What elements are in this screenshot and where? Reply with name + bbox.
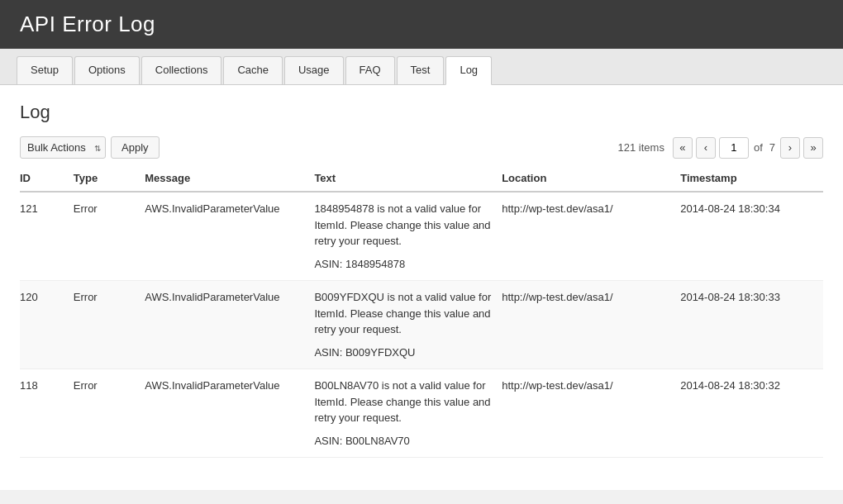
col-id: ID: [20, 165, 74, 192]
col-timestamp: Timestamp: [680, 165, 823, 192]
table-header-row: ID Type Message Text Location Timestamp: [20, 165, 823, 192]
cell-id: 120: [20, 281, 74, 369]
log-table: ID Type Message Text Location Timestamp …: [20, 165, 823, 458]
pagination-next[interactable]: ›: [780, 137, 800, 159]
tab-collections[interactable]: Collections: [141, 56, 222, 84]
cell-type: Error: [74, 281, 145, 369]
app-wrapper: API Error Log Setup Options Collections …: [0, 0, 843, 504]
tab-test[interactable]: Test: [397, 56, 445, 84]
cell-message: AWS.InvalidParameterValue: [145, 369, 314, 458]
col-message: Message: [145, 165, 314, 192]
cell-text: B009YFDXQU is not a valid value for Item…: [314, 281, 502, 369]
cell-message: AWS.InvalidParameterValue: [145, 192, 314, 281]
cell-timestamp: 2014-08-24 18:30:32: [680, 369, 823, 458]
cell-location: http://wp-test.dev/asa1/: [502, 369, 680, 458]
tab-cache[interactable]: Cache: [223, 56, 283, 84]
cell-id: 121: [20, 192, 74, 281]
pagination-first[interactable]: «: [673, 137, 693, 159]
content-area: Log Bulk Actions Apply 121 items « ‹ of …: [0, 85, 843, 490]
page-header: API Error Log: [0, 0, 843, 49]
toolbar: Bulk Actions Apply 121 items « ‹ of 7 › …: [20, 136, 823, 159]
tab-usage[interactable]: Usage: [284, 56, 344, 84]
cell-location: http://wp-test.dev/asa1/: [502, 281, 680, 369]
cell-type: Error: [74, 369, 145, 458]
tab-faq[interactable]: FAQ: [345, 56, 395, 84]
col-type: Type: [74, 165, 145, 192]
col-location: Location: [502, 165, 680, 192]
tab-setup[interactable]: Setup: [17, 56, 73, 84]
tabs-bar: Setup Options Collections Cache Usage FA…: [0, 49, 843, 85]
table-row: 121 Error AWS.InvalidParameterValue 1848…: [20, 192, 823, 281]
cell-message: AWS.InvalidParameterValue: [145, 281, 314, 369]
cell-location: http://wp-test.dev/asa1/: [502, 192, 680, 281]
tab-options[interactable]: Options: [74, 56, 140, 84]
col-text: Text: [314, 165, 502, 192]
cell-type: Error: [74, 192, 145, 281]
apply-button[interactable]: Apply: [111, 136, 160, 159]
section-title: Log: [20, 102, 823, 123]
bulk-actions-select[interactable]: Bulk Actions: [20, 136, 106, 159]
total-pages: 7: [769, 141, 775, 154]
page-input[interactable]: [719, 137, 749, 159]
page-title: API Error Log: [20, 12, 826, 37]
table-row: 120 Error AWS.InvalidParameterValue B009…: [20, 281, 823, 369]
bulk-actions-wrapper: Bulk Actions: [20, 136, 106, 159]
toolbar-left: Bulk Actions Apply: [20, 136, 160, 159]
tab-log[interactable]: Log: [445, 56, 492, 85]
cell-timestamp: 2014-08-24 18:30:33: [680, 281, 823, 369]
cell-text: 1848954878 is not a valid value for Item…: [314, 192, 502, 281]
table-row: 118 Error AWS.InvalidParameterValue B00L…: [20, 369, 823, 458]
cell-timestamp: 2014-08-24 18:30:34: [680, 192, 823, 281]
cell-text: B00LN8AV70 is not a valid value for Item…: [314, 369, 502, 458]
pagination-last[interactable]: »: [803, 137, 823, 159]
cell-id: 118: [20, 369, 74, 458]
pagination-prev[interactable]: ‹: [696, 137, 716, 159]
toolbar-right: 121 items « ‹ of 7 › »: [618, 137, 823, 159]
of-label: of: [754, 141, 763, 154]
item-count: 121 items: [618, 141, 664, 154]
